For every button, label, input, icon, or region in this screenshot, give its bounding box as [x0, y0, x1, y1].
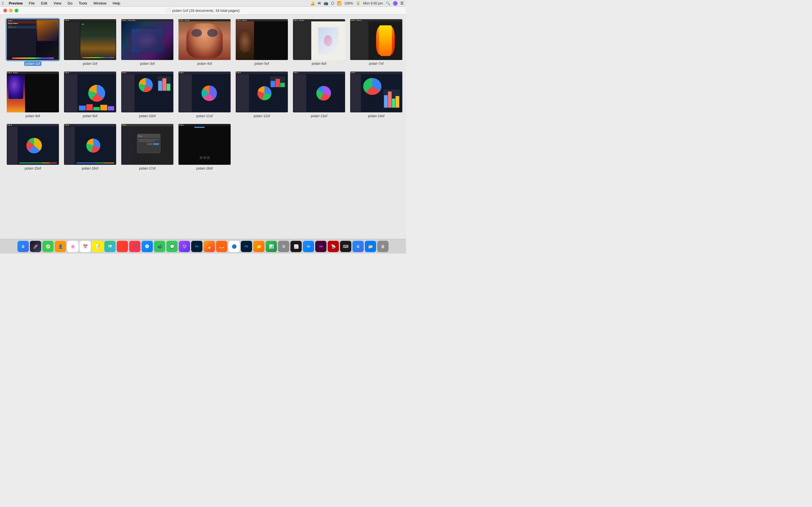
dock-appstore[interactable]: 🅐 — [142, 241, 153, 252]
dock-adobe-xd[interactable]: Xd — [315, 241, 326, 252]
dock: 🖥 🚀 🧭 👤 🌸 📅 📝 🗺 🚫 🎵 🅐 📹 💬 🔮 Ps 🔥 🦊 🔵 PS … — [0, 239, 406, 253]
thumb-image-8[interactable]: Window — [7, 71, 59, 112]
dock-calendar[interactable]: 📅 — [80, 241, 91, 252]
thumb-label-18: polarr-18of — [195, 166, 214, 171]
bluetooth-icon[interactable]: ⬡ — [331, 1, 334, 5]
dock-xcode[interactable]: XD — [303, 241, 314, 252]
thumb-item-polarr-17of[interactable]: Dialog — [121, 124, 173, 171]
thumb-item-polarr-13of[interactable]: polarr-13of — [293, 71, 345, 118]
thumb-item-polarr-14of[interactable]: polarr-14of — [350, 71, 402, 118]
thumb-image-13[interactable] — [293, 71, 345, 112]
thumb-image-12[interactable] — [236, 71, 288, 112]
thumb-item-polarr-16of[interactable]: polarr-16of — [64, 124, 116, 171]
thumb-label-12: polarr-12of — [252, 114, 271, 118]
dock-numbers[interactable]: 📊 — [266, 241, 277, 252]
dock-music[interactable]: 🎵 — [129, 241, 140, 252]
thumb-item-polarr-8of[interactable]: Window polarr-8of — [7, 71, 59, 118]
dock-systemprefs[interactable]: ⚙ — [278, 241, 289, 252]
dock-blocked[interactable]: 🚫 — [117, 241, 128, 252]
app-menu-preview[interactable]: Preview — [8, 1, 24, 6]
dock-facetime[interactable]: 📹 — [154, 241, 165, 252]
thumb-label-9: polarr-9of — [82, 114, 99, 118]
dock-finder2[interactable]: 🖥 — [352, 241, 364, 252]
thumbnail-row-1: Photo Editor Polarr Inc. ★★★★☆ 4.5 — [7, 19, 399, 66]
thumb-image-2[interactable]: 4.5 — [64, 19, 116, 60]
avatar-icon[interactable] — [393, 1, 398, 6]
thumb-item-polarr-9of[interactable]: polarr-9of — [64, 71, 116, 118]
thumb-item-polarr-10of[interactable]: polarr-10of — [121, 71, 173, 118]
thumb-label-6: polarr-6of — [310, 61, 327, 66]
thumb-item-polarr-6of[interactable]: Window polarr-6of — [293, 19, 345, 66]
menubar:  Preview File Edit View Go Tools Window… — [0, 0, 406, 7]
doc-icon: 📄 — [166, 8, 171, 13]
dock-folder[interactable]: 📂 — [365, 241, 376, 252]
menu-help[interactable]: Help — [112, 1, 121, 6]
thumb-item-polarr-18of[interactable]: polarr-18of — [179, 124, 231, 171]
thumb-image-17[interactable]: Dialog — [121, 124, 173, 165]
thumb-item-polarr-7of[interactable]: Window polarr-7of — [350, 19, 402, 66]
dock-notes[interactable]: 📝 — [92, 241, 103, 252]
dock-messages[interactable]: 💬 — [166, 241, 177, 252]
thumb-item-polarr-3of[interactable]: Photo Editor polarr-3of — [121, 19, 173, 66]
minimize-button[interactable] — [9, 9, 13, 12]
thumb-image-10[interactable] — [121, 71, 173, 112]
search-icon[interactable]: 🔍 — [386, 1, 390, 5]
thumb-item-polarr-4of[interactable]: Window polarr-4of — [179, 19, 231, 66]
thumb-image-6[interactable]: Window — [293, 19, 345, 60]
thumb-image-1[interactable]: Photo Editor Polarr Inc. ★★★★☆ 4.5 — [7, 19, 59, 60]
dock-photos[interactable]: 🌸 — [67, 241, 79, 252]
menu-tools[interactable]: Tools — [78, 1, 88, 6]
thumb-image-18[interactable] — [179, 124, 231, 165]
apple-menu[interactable]:  — [2, 1, 4, 6]
dock-finder[interactable]: 🖥 — [17, 241, 29, 252]
thumb-item-polarr-15of[interactable]: polarr-15of — [7, 124, 59, 171]
notification-icon[interactable]: 🔔 — [310, 1, 315, 5]
list-icon[interactable]: ☰ — [400, 1, 404, 5]
thumb-label-7: polarr-7of — [368, 61, 385, 66]
thumb-label-13: polarr-13of — [309, 114, 328, 118]
thumb-image-11[interactable] — [179, 71, 231, 112]
dock-chrome[interactable]: 🔵 — [229, 241, 240, 252]
dock-filezilla[interactable]: 📡 — [327, 241, 339, 252]
dock-siri[interactable]: 🔮 — [179, 241, 190, 252]
thumb-item-polarr-2of[interactable]: 4.5 polarr-2of — [64, 19, 116, 66]
thumb-image-4[interactable]: Window — [179, 19, 231, 60]
dock-launchpad[interactable]: 🚀 — [30, 241, 41, 252]
thumb-image-16[interactable] — [64, 124, 116, 165]
thumb-image-15[interactable] — [7, 124, 59, 165]
thumb-item-polarr-5of[interactable]: Window polarr-5of — [236, 19, 288, 66]
menu-window[interactable]: Window — [92, 1, 107, 6]
menu-file[interactable]: File — [28, 1, 36, 6]
thumb-image-9[interactable] — [64, 71, 116, 112]
dock-ps-alt[interactable]: PS — [241, 241, 252, 252]
dock-firefox[interactable]: 🦊 — [216, 241, 227, 252]
thumb-item-polarr-1of[interactable]: Photo Editor Polarr Inc. ★★★★☆ 4.5 — [7, 19, 59, 66]
maximize-button[interactable] — [15, 9, 18, 12]
dock-safari[interactable]: 🧭 — [42, 241, 54, 252]
thumb-image-14[interactable] — [350, 71, 402, 112]
thumbnail-grid-container[interactable]: Photo Editor Polarr Inc. ★★★★☆ 4.5 — [0, 15, 406, 239]
dock-terminal[interactable]: ⌨ — [340, 241, 351, 252]
mail-icon[interactable]: ✉ — [318, 1, 321, 5]
dock-activity[interactable]: 📈 — [290, 241, 302, 252]
thumb-image-3[interactable]: Photo Editor — [121, 19, 173, 60]
thumb-item-polarr-12of[interactable]: polarr-12of — [236, 71, 288, 118]
airplay-icon[interactable]: 📺 — [324, 1, 328, 5]
dock-scratch[interactable]: 🔥 — [204, 241, 215, 252]
thumb-label-4: polarr-4of — [196, 61, 213, 66]
dock-maps[interactable]: 🗺 — [104, 241, 116, 252]
thumb-image-5[interactable]: Window — [236, 19, 288, 60]
dock-contacts[interactable]: 👤 — [55, 241, 66, 252]
thumb-image-7[interactable]: Window — [350, 19, 402, 60]
close-button[interactable] — [3, 9, 7, 12]
dock-photoshop[interactable]: Ps — [191, 241, 202, 252]
wifi-icon[interactable]: 📶 — [337, 1, 342, 5]
dock-trash[interactable]: 🗑 — [377, 241, 389, 252]
thumb-item-polarr-11of[interactable]: polarr-11of — [179, 71, 231, 118]
menu-view[interactable]: View — [52, 1, 63, 6]
menu-edit[interactable]: Edit — [40, 1, 48, 6]
menu-go[interactable]: Go — [66, 1, 73, 6]
dock-files[interactable]: 📁 — [253, 241, 264, 252]
thumb-label-15: polarr-15of — [23, 166, 42, 171]
thumb-label-17: polarr-17of — [138, 166, 157, 171]
